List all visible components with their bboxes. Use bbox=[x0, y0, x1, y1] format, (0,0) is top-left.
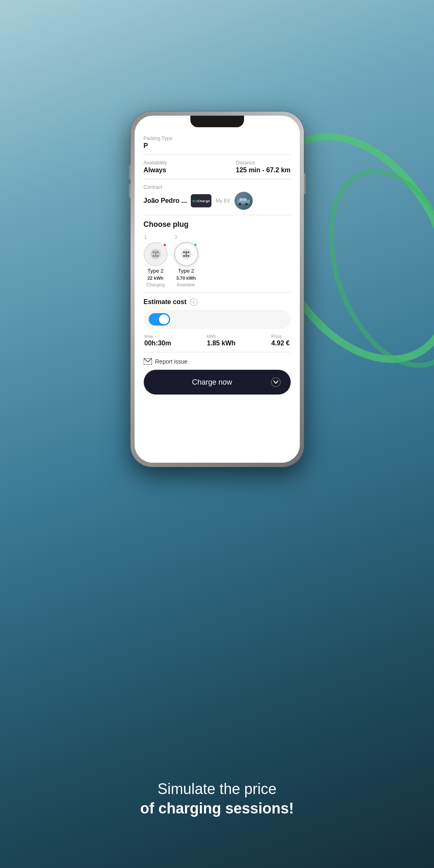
kwh-label: kWh bbox=[207, 334, 235, 339]
power-button bbox=[304, 174, 306, 194]
plug-item-2[interactable]: 2 bbox=[174, 235, 198, 287]
time-col: time 00h:30m bbox=[145, 334, 171, 347]
svg-point-18 bbox=[187, 251, 189, 253]
phone-device: Parking Type P Availability Always Dista… bbox=[130, 112, 304, 467]
plug-circle-wrapper-2 bbox=[174, 242, 198, 266]
svg-point-13 bbox=[154, 251, 156, 253]
kwh-col: kWh 1.85 kWh bbox=[207, 334, 235, 347]
distance-value: 125 min - 67.2 km bbox=[236, 166, 291, 174]
chevron-down-icon bbox=[271, 377, 281, 387]
phone-notch bbox=[190, 116, 244, 127]
availability-distance-row: Availability Always Distance 125 min - 6… bbox=[144, 160, 291, 174]
plug-kwh-1: 22 kWh bbox=[147, 276, 164, 281]
parking-type-label: Parking Type bbox=[144, 136, 291, 141]
footer-line2: of charging sessions! bbox=[25, 799, 409, 818]
time-label: time bbox=[145, 334, 171, 339]
svg-point-12 bbox=[155, 253, 157, 255]
divider-1 bbox=[144, 155, 291, 155]
cost-display: time 00h:30m kWh 1.85 kWh Price 4.92 € bbox=[144, 334, 291, 347]
contract-section: Contract João Pedro ... GoCharge My EV bbox=[144, 184, 291, 210]
report-issue-row[interactable]: Report issue bbox=[144, 358, 291, 365]
svg-point-14 bbox=[154, 255, 156, 257]
footer-text: Simulate the price of charging sessions! bbox=[0, 780, 434, 818]
plug-type2-icon-1 bbox=[149, 247, 162, 261]
estimate-row: Estimate cost i bbox=[144, 298, 291, 306]
svg-point-2 bbox=[239, 203, 241, 205]
price-label: Price bbox=[271, 334, 289, 339]
estimate-toggle[interactable] bbox=[149, 313, 170, 326]
contract-row: João Pedro ... GoCharge My EV bbox=[144, 192, 291, 210]
info-icon[interactable]: i bbox=[190, 298, 197, 306]
svg-point-22 bbox=[185, 251, 187, 253]
availability-label: Availability bbox=[144, 160, 167, 166]
contract-label: Contract bbox=[144, 184, 291, 190]
parking-type-value: P bbox=[144, 142, 291, 150]
kwh-value: 1.85 kWh bbox=[207, 340, 235, 347]
phone-screen: Parking Type P Availability Always Dista… bbox=[135, 116, 300, 463]
volume-up-button bbox=[129, 165, 130, 179]
plug-kwh-2: 3.70 kWh bbox=[176, 276, 196, 281]
choose-plug-title: Choose plug bbox=[144, 220, 291, 229]
svg-point-11 bbox=[157, 255, 159, 257]
svg-rect-5 bbox=[244, 199, 246, 201]
ev-avatar bbox=[235, 192, 253, 210]
report-label: Report issue bbox=[155, 358, 188, 365]
svg-point-17 bbox=[183, 251, 185, 253]
toggle-container bbox=[144, 310, 291, 329]
toggle-thumb bbox=[159, 314, 169, 324]
availability-value: Always bbox=[144, 166, 167, 174]
price-col: Price 4.92 € bbox=[271, 334, 289, 347]
my-ev-container: My EV bbox=[216, 192, 252, 210]
plugs-row: 1 bbox=[144, 235, 291, 287]
plug-type-label-1: Type 2 bbox=[147, 268, 164, 274]
plug-number-1: 1 bbox=[145, 235, 147, 240]
footer-line1: Simulate the price bbox=[25, 780, 409, 799]
divider-5 bbox=[144, 352, 291, 352]
volume-down-button bbox=[129, 184, 130, 198]
divider-2 bbox=[144, 179, 291, 179]
plug-item-1[interactable]: 1 bbox=[144, 235, 168, 287]
divider-3 bbox=[144, 215, 291, 215]
charge-now-label: Charge now bbox=[154, 378, 271, 387]
svg-point-20 bbox=[187, 255, 189, 257]
plug-type2-icon-2 bbox=[180, 247, 193, 261]
svg-point-10 bbox=[152, 255, 154, 257]
my-ev-label: My EV bbox=[216, 198, 230, 204]
choose-plug-section: Choose plug 1 bbox=[144, 220, 291, 287]
status-dot-green bbox=[193, 243, 197, 247]
phone-shell: Parking Type P Availability Always Dista… bbox=[130, 112, 304, 467]
charge-now-button[interactable]: Charge now bbox=[144, 370, 291, 395]
svg-rect-4 bbox=[240, 199, 243, 201]
time-value: 00h:30m bbox=[145, 340, 171, 347]
parking-type-section: Parking Type P bbox=[144, 136, 291, 150]
plug-type-label-2: Type 2 bbox=[178, 268, 194, 274]
screen-content: Parking Type P Availability Always Dista… bbox=[135, 127, 300, 463]
availability-col: Availability Always bbox=[144, 160, 167, 174]
plug-status-2: Available bbox=[177, 282, 195, 287]
distance-col: Distance 125 min - 67.2 km bbox=[236, 160, 291, 174]
status-dot-red bbox=[163, 243, 167, 247]
price-value: 4.92 € bbox=[271, 340, 289, 347]
contract-badge: GoCharge bbox=[191, 194, 211, 207]
contract-name: João Pedro ... bbox=[144, 197, 187, 205]
divider-4 bbox=[144, 292, 291, 293]
svg-point-19 bbox=[183, 255, 185, 257]
car-icon bbox=[237, 196, 251, 205]
plug-number-2: 2 bbox=[175, 235, 178, 240]
plug-circle-wrapper-1 bbox=[144, 242, 168, 266]
distance-label: Distance bbox=[236, 160, 291, 166]
svg-point-3 bbox=[245, 203, 248, 205]
plug-status-1: Charging bbox=[146, 282, 165, 287]
svg-point-8 bbox=[152, 251, 154, 253]
envelope-icon bbox=[144, 358, 152, 365]
svg-point-23 bbox=[185, 255, 187, 257]
svg-point-9 bbox=[157, 251, 159, 253]
estimate-cost-title: Estimate cost bbox=[144, 298, 187, 306]
estimate-cost-section: Estimate cost i time 00h:30m bbox=[144, 298, 291, 347]
svg-point-21 bbox=[185, 253, 187, 255]
